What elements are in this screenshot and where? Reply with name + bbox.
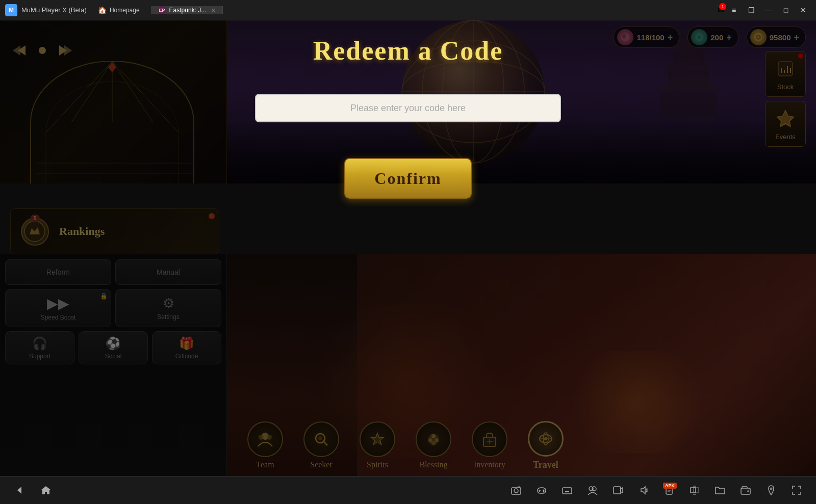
keyboard-btn[interactable] <box>558 481 576 499</box>
resize-btn[interactable] <box>685 481 704 499</box>
svg-point-76 <box>592 487 596 491</box>
svg-point-93 <box>770 488 773 490</box>
svg-point-67 <box>543 490 545 491</box>
dualplay-btn[interactable] <box>583 481 602 499</box>
tab-bar: EP Eastpunk: J... × <box>151 6 223 14</box>
game-area: 118/100 + 200 + 95800 + <box>0 20 816 504</box>
code-input[interactable] <box>255 94 561 122</box>
svg-marker-79 <box>641 487 645 494</box>
game-tab[interactable]: EP Eastpunk: J... × <box>151 6 223 14</box>
redeem-dialog: Redeem a Code Confirm <box>0 20 816 504</box>
svg-point-89 <box>747 490 749 492</box>
folder-btn[interactable] <box>711 481 729 499</box>
svg-marker-60 <box>17 487 21 494</box>
redeem-title: Redeem a Code <box>313 36 503 66</box>
svg-point-68 <box>543 491 545 493</box>
title-bar-left: M MuMu Player X (Beta) 🏠 Homepage EP Eas… <box>0 4 712 16</box>
notification-badge: 1 <box>719 3 726 10</box>
svg-marker-61 <box>41 486 50 494</box>
svg-rect-84 <box>691 488 696 493</box>
close-btn[interactable]: ✕ <box>796 3 811 18</box>
location-btn[interactable] <box>762 481 780 499</box>
emulator-taskbar: APK <box>0 476 816 504</box>
code-input-container <box>255 94 561 122</box>
home-icon: 🏠 <box>98 6 107 14</box>
app-title: MuMu Player X (Beta) <box>21 6 87 14</box>
gamepad-btn[interactable] <box>532 481 551 499</box>
maximize-btn[interactable]: □ <box>778 3 794 18</box>
apk-badge: APK <box>663 483 677 489</box>
svg-rect-77 <box>614 487 621 494</box>
fullscreen-btn[interactable] <box>787 481 806 499</box>
back-btn[interactable] <box>10 481 29 499</box>
taskbar-nav-btns <box>10 481 55 499</box>
wallet-btn[interactable] <box>736 481 755 499</box>
restore-btn[interactable]: ❐ <box>744 3 759 18</box>
camera-btn[interactable] <box>507 481 525 499</box>
screen-record-btn[interactable] <box>609 481 627 499</box>
menu-btn[interactable]: ≡ <box>726 3 742 18</box>
title-bar: M MuMu Player X (Beta) 🏠 Homepage EP Eas… <box>0 0 816 20</box>
tab-label: Eastpunk: J... <box>169 7 207 14</box>
home-btn[interactable] <box>37 481 55 499</box>
svg-rect-85 <box>694 488 699 493</box>
home-label: Homepage <box>110 7 140 14</box>
notification-area[interactable]: ✉ 1 <box>718 5 724 15</box>
tab-icon: EP <box>158 6 166 14</box>
volume-btn[interactable] <box>634 481 653 499</box>
svg-marker-78 <box>621 488 623 493</box>
svg-point-63 <box>514 489 518 493</box>
minimize-btn[interactable]: — <box>761 3 776 18</box>
apk-btn[interactable]: APK <box>660 481 678 499</box>
confirm-label: Confirm <box>374 169 441 188</box>
title-bar-right: ✉ 1 ≡ ❐ — □ ✕ <box>712 3 816 18</box>
tab-close-btn[interactable]: × <box>211 6 215 14</box>
svg-rect-69 <box>563 488 572 494</box>
redeem-title-area: Redeem a Code <box>313 36 503 66</box>
confirm-button[interactable]: Confirm <box>344 158 472 199</box>
taskbar-tool-btns: APK <box>507 481 806 499</box>
home-tab[interactable]: 🏠 Homepage <box>91 6 147 14</box>
app-logo: M <box>5 4 17 16</box>
